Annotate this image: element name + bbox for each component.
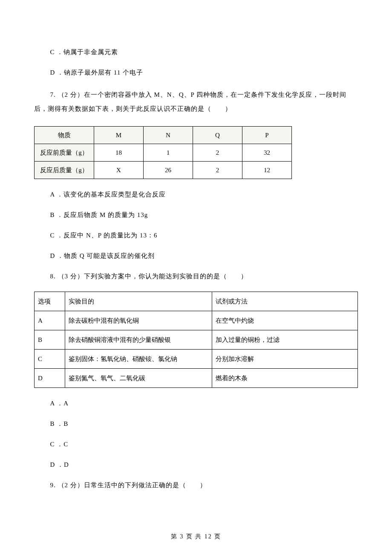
q7-r0-c0: 18 [94, 144, 144, 162]
q7-th-4: P [242, 127, 292, 144]
q8-r0-opt: A [35, 311, 65, 330]
q7-th-2: N [144, 127, 193, 144]
q7-r0-c1: 1 [144, 144, 193, 162]
q7-option-c: C ．反应中 N、P 的质量比为 13：6 [34, 230, 358, 240]
q7-th-3: Q [193, 127, 242, 144]
q7-table: 物质 M N Q P 反应前质量（g） 18 1 2 32 反应后质量（g） X… [34, 126, 292, 179]
q7-r0-label: 反应前质量（g） [35, 144, 94, 162]
table-row: D 鉴别氮气、氧气、二氧化碳 燃着的木条 [35, 369, 358, 388]
q7-r1-c0: X [94, 162, 144, 179]
q7-r0-c3: 32 [242, 144, 292, 162]
q7-option-b: B ．反应后物质 M 的质量为 13g [34, 210, 358, 220]
q8-r1-method: 加入过量的铜粉，过滤 [212, 330, 358, 350]
q6-option-c: C ．钠属于非金属元素 [34, 47, 358, 57]
q8-r1-opt: B [35, 330, 65, 350]
table-row: A 除去碳粉中混有的氧化铜 在空气中灼烧 [35, 311, 358, 330]
q6-option-d: D ．钠原子最外层有 11 个电子 [34, 67, 358, 78]
table-row: 反应后质量（g） X 26 2 12 [35, 162, 292, 179]
q7-r0-c2: 2 [193, 144, 242, 162]
q8-option-a: A ．A [34, 398, 358, 408]
q7-th-0: 物质 [35, 127, 94, 144]
table-row: B 除去硝酸铜溶液中混有的少量硝酸银 加入过量的铜粉，过滤 [35, 330, 358, 350]
q8-th-1: 实验目的 [65, 292, 212, 311]
q8-option-b: B ．B [34, 419, 358, 429]
q8-r3-purpose: 鉴别氮气、氧气、二氧化碳 [65, 369, 212, 388]
q8-r0-purpose: 除去碳粉中混有的氧化铜 [65, 311, 212, 330]
q8-r2-purpose: 鉴别固体：氢氧化钠、硝酸铵、氯化钠 [65, 350, 212, 369]
q7-option-d: D ．物质 Q 可能是该反应的催化剂 [34, 251, 358, 261]
q7-r1-c1: 26 [144, 162, 193, 179]
table-row: 反应前质量（g） 18 1 2 32 [35, 144, 292, 162]
q8-r2-method: 分别加水溶解 [212, 350, 358, 369]
q7-stem: 7. （2 分）在一个密闭容器中放入 M、N、Q、P 四种物质，在一定条件下发生… [34, 88, 358, 116]
q8-table: 选项 实验目的 试剂或方法 A 除去碳粉中混有的氧化铜 在空气中灼烧 B 除去硝… [34, 292, 358, 388]
q8-r2-opt: C [35, 350, 65, 369]
q8-r0-method: 在空气中灼烧 [212, 311, 358, 330]
q7-r1-c2: 2 [193, 162, 242, 179]
q9-stem: 9. （2 分）日常生活中的下列做法正确的是（ ） [34, 480, 358, 490]
table-row: C 鉴别固体：氢氧化钠、硝酸铵、氯化钠 分别加水溶解 [35, 350, 358, 369]
q7-r1-c3: 12 [242, 162, 292, 179]
q8-r3-method: 燃着的木条 [212, 369, 358, 388]
q8-option-d: D ．D [34, 460, 358, 470]
page-footer: 第 3 页 共 12 页 [0, 532, 392, 541]
q8-th-0: 选项 [35, 292, 65, 311]
q8-th-2: 试剂或方法 [212, 292, 358, 311]
q8-stem: 8. （3 分）下列实验方案中，你认为能达到实验目的的是（ ） [34, 271, 358, 281]
q7-th-1: M [94, 127, 144, 144]
q7-r1-label: 反应后质量（g） [35, 162, 94, 179]
q8-option-c: C ．C [34, 439, 358, 449]
q8-r3-opt: D [35, 369, 65, 388]
q8-r1-purpose: 除去硝酸铜溶液中混有的少量硝酸银 [65, 330, 212, 350]
q7-option-a: A ．该变化的基本反应类型是化合反应 [34, 189, 358, 199]
